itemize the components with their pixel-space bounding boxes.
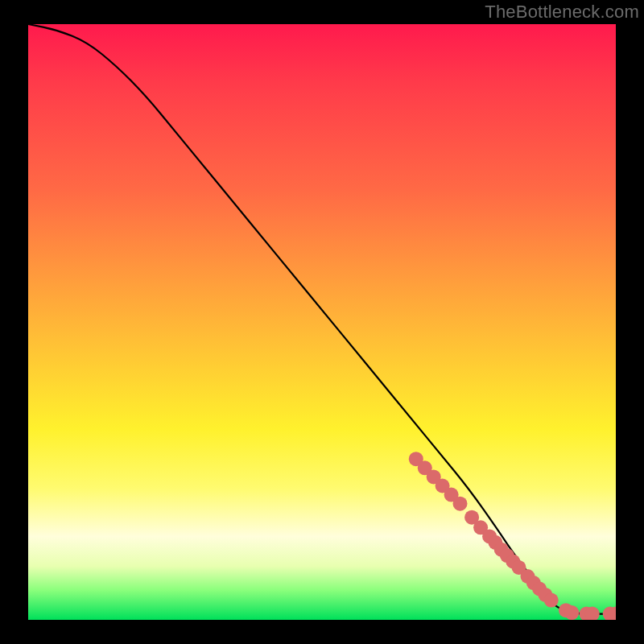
chart-frame: TheBottleneck.com [0, 0, 644, 644]
data-point [544, 593, 559, 608]
chart-overlay [28, 24, 616, 620]
watermark-text: TheBottleneck.com [485, 2, 639, 23]
data-point [453, 497, 468, 511]
highlighted-points [409, 452, 616, 620]
bottleneck-curve [28, 24, 616, 614]
plot-area [28, 24, 616, 620]
data-point [564, 605, 579, 620]
